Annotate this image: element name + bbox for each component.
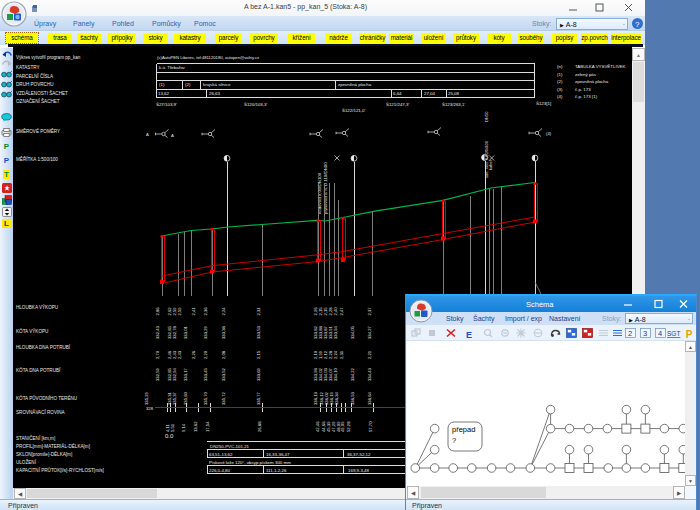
- svg-text:26,63: 26,63: [209, 91, 221, 96]
- svg-text:Pískové lože 120°, obsyp píske: Pískové lože 120°, obsyp pískem 300 mm: [209, 460, 291, 465]
- svg-text:(3): (3): [557, 87, 563, 92]
- svg-text:13,62: 13,62: [158, 91, 170, 96]
- svg-text:krajská silnice: krajská silnice: [203, 82, 231, 87]
- svg-text:335,60: 335,60: [183, 392, 188, 405]
- svg-text:?: ?: [635, 20, 640, 29]
- svg-text:k.ú. Třebařov: k.ú. Třebařov: [159, 65, 186, 70]
- svg-text:zpevněná plocha: zpevněná plocha: [338, 82, 372, 87]
- svg-text:PROFIL[mm]-MATERIÁL-DÉLKA[m]: PROFIL[mm]-MATERIÁL-DÉLKA[m]: [16, 443, 90, 449]
- svg-text:2,15: 2,15: [256, 350, 261, 359]
- svg-text:333,45: 333,45: [203, 368, 208, 381]
- svg-text:2,41: 2,41: [191, 307, 196, 316]
- svg-text:13,62: 13,62: [193, 421, 198, 432]
- svg-text:336,53: 336,53: [350, 392, 355, 405]
- svg-text:9,14: 9,14: [181, 423, 186, 432]
- svg-text:335,72: 335,72: [221, 392, 226, 405]
- svg-text:plynovod STL D 110/DN90: plynovod STL D 110/DN90: [323, 162, 328, 214]
- svg-text:(4): (4): [557, 94, 563, 99]
- svg-text:přepad: přepad: [452, 425, 475, 434]
- svg-text:(4): (4): [546, 131, 552, 136]
- svg-text:45,39: 45,39: [326, 421, 331, 432]
- svg-text:336,13: 336,13: [313, 392, 318, 405]
- svg-text:336,34: 336,34: [334, 392, 339, 405]
- svg-text:Š121/247,3': Š121/247,3': [386, 102, 409, 107]
- svg-text:2,86: 2,86: [155, 307, 160, 316]
- svg-text:25,08: 25,08: [448, 91, 460, 96]
- svg-text:Š27/103,9': Š27/103,9': [156, 102, 177, 107]
- svg-text:?: ?: [452, 436, 456, 445]
- svg-text:4: 4: [658, 329, 662, 338]
- svg-text:HLOUBKA DNA POTRUBÍ: HLOUBKA DNA POTRUBÍ: [16, 344, 71, 350]
- svg-text:KÓTA PŮVODNÍHO TERÉNU: KÓTA PŮVODNÍHO TERÉNU: [16, 395, 77, 401]
- svg-text:111,1-2,26: 111,1-2,26: [266, 468, 287, 473]
- svg-text:336,12: 336,12: [319, 392, 324, 405]
- svg-text:(n): (n): [557, 64, 563, 69]
- svg-text:27,04: 27,04: [424, 91, 436, 96]
- svg-text:KAPACITNÍ PRŮTOK[l/s]-RYCHLOST: KAPACITNÍ PRŮTOK[l/s]-RYCHLOST[m/s]: [16, 467, 104, 473]
- svg-text:(1): (1): [557, 72, 563, 77]
- svg-text:42,46: 42,46: [315, 421, 320, 432]
- svg-text:336,64: 336,64: [367, 392, 372, 405]
- svg-text:č.p. 173 (1): č.p. 173 (1): [575, 94, 598, 99]
- svg-text:STANIČENÍ [km,m]: STANIČENÍ [km,m]: [16, 435, 55, 441]
- svg-text:(2): (2): [185, 82, 191, 87]
- svg-text:63,51-13,62: 63,51-13,62: [209, 452, 233, 457]
- svg-text:Š122/121,0': Š122/121,0': [342, 108, 365, 113]
- svg-text:Š123/263,1': Š123/263,1': [442, 102, 465, 107]
- svg-text:DN250-PVC-101,21: DN250-PVC-101,21: [210, 444, 250, 449]
- svg-text:333,17: 333,17: [183, 368, 188, 381]
- svg-text:2,24: 2,24: [333, 350, 338, 359]
- svg-text:333,69: 333,69: [256, 368, 261, 381]
- svg-text:SKLON[promile]-DÉLKA[m]: SKLON[promile]-DÉLKA[m]: [16, 451, 72, 457]
- svg-text:2,36: 2,36: [203, 307, 208, 316]
- svg-text:6,64: 6,64: [393, 91, 402, 96]
- svg-text:Výkres vytvořil program pp_kan: Výkres vytvořil program pp_kan: [16, 55, 81, 60]
- svg-text:2,08: 2,08: [221, 350, 226, 359]
- svg-text:DN50: DN50: [484, 111, 489, 122]
- svg-text:16,33-36,47: 16,33-36,47: [266, 452, 290, 457]
- svg-text:VZDÁLENOSTI ŠACHET: VZDÁLENOSTI ŠACHET: [16, 90, 68, 96]
- svg-text:335,37: 335,37: [172, 392, 177, 405]
- svg-text:26,88: 26,88: [257, 421, 262, 432]
- svg-text:333,52: 333,52: [221, 368, 226, 381]
- svg-text:A: A: [146, 132, 149, 137]
- svg-text:2,59: 2,59: [177, 307, 182, 316]
- svg-text:332,78: 332,78: [172, 326, 177, 339]
- svg-text:335,70: 335,70: [203, 392, 208, 405]
- svg-text:A: A: [171, 133, 174, 138]
- svg-text:OZNAČENÍ ŠACHET: OZNAČENÍ ŠACHET: [16, 98, 60, 104]
- svg-text:2,24: 2,24: [221, 307, 226, 316]
- svg-text:2,37: 2,37: [367, 307, 372, 316]
- svg-text:(c)AutoPEN Liberec, tel:481120: (c)AutoPEN Liberec, tel:481120180, autop…: [157, 55, 259, 60]
- svg-text:0.0: 0.0: [165, 433, 174, 439]
- svg-text:334,22: 334,22: [350, 368, 355, 381]
- svg-text:334,27: 334,27: [367, 326, 372, 339]
- svg-text:17,54: 17,54: [205, 421, 210, 432]
- svg-text:2,31: 2,31: [256, 307, 261, 316]
- svg-text:č.p. 173: č.p. 173: [575, 87, 591, 92]
- svg-text:SGT: SGT: [667, 330, 680, 337]
- svg-text:333,29: 333,29: [203, 326, 208, 339]
- svg-text:334,05: 334,05: [350, 326, 355, 339]
- svg-text:(1): (1): [159, 82, 165, 87]
- svg-text:SROVNÁVACÍ ROVINA: SROVNÁVACÍ ROVINA: [16, 409, 66, 415]
- svg-text:2: 2: [628, 329, 632, 338]
- svg-text:333,94: 333,94: [333, 326, 338, 339]
- svg-text:333,53: 333,53: [256, 326, 261, 339]
- svg-text:KÓTA DNA POTRUBÍ: KÓTA DNA POTRUBÍ: [16, 367, 61, 373]
- svg-text:Š120/103,3': Š120/103,3': [244, 102, 267, 107]
- svg-text:KATASTRY: KATASTRY: [16, 65, 39, 70]
- svg-text:DRUH POVRCHU: DRUH POVRCHU: [16, 82, 54, 87]
- svg-text:335,77: 335,77: [256, 392, 261, 405]
- svg-text:334,10: 334,10: [333, 368, 338, 381]
- svg-text:333,38: 333,38: [221, 326, 226, 339]
- svg-text:334,43: 334,43: [367, 368, 372, 381]
- svg-text:KÓTA VÝKOPU: KÓTA VÝKOPU: [16, 328, 48, 334]
- svg-text:328: 328: [146, 406, 154, 411]
- svg-text:sdě. ved. 0,00/0/400: sdě. ved. 0,00/0/400: [484, 140, 489, 178]
- svg-text:2,40: 2,40: [333, 307, 338, 316]
- svg-text:333,01: 333,01: [183, 326, 188, 339]
- svg-text:2,21: 2,21: [367, 350, 372, 359]
- svg-text:(2): (2): [557, 79, 563, 84]
- svg-text:Š123[1]: Š123[1]: [536, 101, 551, 106]
